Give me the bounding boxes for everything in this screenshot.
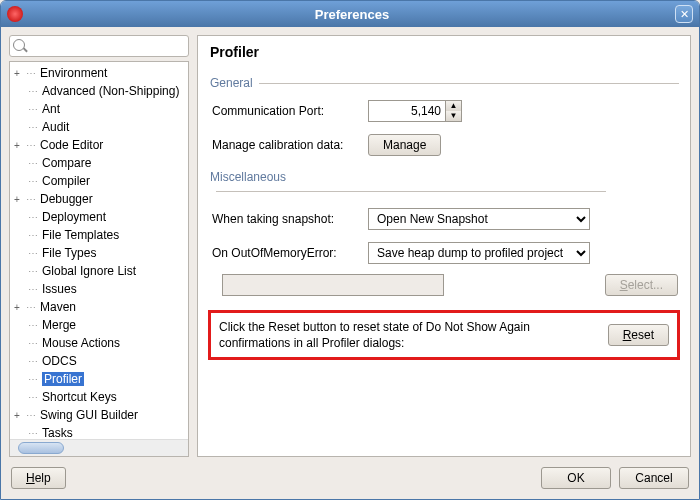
tree-item-label: Ant [42, 102, 60, 116]
tree-item[interactable]: ⋯Ant [10, 100, 188, 118]
cancel-button[interactable]: Cancel [619, 467, 689, 489]
tree-item-label: File Types [42, 246, 96, 260]
group-general: General [210, 76, 680, 90]
close-icon[interactable]: ✕ [675, 5, 693, 23]
expander-icon[interactable]: + [14, 140, 26, 151]
tree-item[interactable]: ⋯Profiler [10, 370, 188, 388]
path-input-disabled [222, 274, 444, 296]
group-misc: Miscellaneous [210, 170, 680, 198]
tree-item[interactable]: ⋯ODCS [10, 352, 188, 370]
tree-item-label: Deployment [42, 210, 106, 224]
tree-item[interactable]: ⋯Compare [10, 154, 188, 172]
tree-item-label: Shortcut Keys [42, 390, 117, 404]
content-panel: Profiler General Communication Port: ▲ ▼… [197, 35, 691, 457]
communication-port-input[interactable] [368, 100, 446, 122]
tree-item[interactable]: ⋯Deployment [10, 208, 188, 226]
spinner-down-icon[interactable]: ▼ [446, 111, 461, 121]
tree-item-label: Mouse Actions [42, 336, 120, 350]
manage-button[interactable]: Manage [368, 134, 441, 156]
tree-item-label: Maven [40, 300, 76, 314]
reset-section-highlight: Click the Reset button to reset state of… [208, 310, 680, 360]
calibration-label: Manage calibration data: [212, 138, 358, 152]
tree-item-label: Audit [42, 120, 69, 134]
tree-item[interactable]: ⋯Tasks [10, 424, 188, 439]
tree-item-label: File Templates [42, 228, 119, 242]
spinner-up-icon[interactable]: ▲ [446, 101, 461, 111]
search-icon [13, 39, 25, 51]
oom-label: On OutOfMemoryError: [212, 246, 358, 260]
window-title: Preferences [29, 7, 675, 22]
page-title: Profiler [210, 44, 680, 60]
snapshot-label: When taking snapshot: [212, 212, 358, 226]
tree-item-label: Debugger [40, 192, 93, 206]
tree-item[interactable]: ⋯Global Ignore List [10, 262, 188, 280]
scrollbar-thumb[interactable] [18, 442, 64, 454]
tree-item-label: Global Ignore List [42, 264, 136, 278]
sidebar: +⋯Environment⋯Advanced (Non-Shipping)⋯An… [9, 35, 189, 457]
tree-item[interactable]: ⋯Mouse Actions [10, 334, 188, 352]
category-tree: +⋯Environment⋯Advanced (Non-Shipping)⋯An… [9, 61, 189, 457]
search-input[interactable] [9, 35, 189, 57]
tree-item-label: Environment [40, 66, 107, 80]
tree-item[interactable]: ⋯Merge [10, 316, 188, 334]
tree-item[interactable]: +⋯Swing GUI Builder [10, 406, 188, 424]
help-button[interactable]: Help [11, 467, 66, 489]
reset-message: Click the Reset button to reset state of… [219, 319, 598, 351]
titlebar: Preferences ✕ [1, 1, 699, 27]
preferences-window: Preferences ✕ +⋯Environment⋯Advanced (No… [0, 0, 700, 500]
tree-item-label: Issues [42, 282, 77, 296]
reset-button[interactable]: Reset [608, 324, 669, 346]
tree-scroll[interactable]: +⋯Environment⋯Advanced (Non-Shipping)⋯An… [10, 62, 188, 439]
communication-port-label: Communication Port: [212, 104, 358, 118]
tree-item-label: Compiler [42, 174, 90, 188]
expander-icon[interactable]: + [14, 194, 26, 205]
communication-port-field[interactable]: ▲ ▼ [368, 100, 462, 122]
ok-button[interactable]: OK [541, 467, 611, 489]
tree-item[interactable]: ⋯File Templates [10, 226, 188, 244]
search-field[interactable] [9, 35, 189, 57]
tree-item-label: Advanced (Non-Shipping) [42, 84, 179, 98]
select-button: Select... [605, 274, 678, 296]
tree-item-label: Merge [42, 318, 76, 332]
tree-item[interactable]: ⋯Shortcut Keys [10, 388, 188, 406]
oom-select[interactable]: Save heap dump to profiled project [368, 242, 590, 264]
tree-item-label: Compare [42, 156, 91, 170]
tree-item-label: Swing GUI Builder [40, 408, 138, 422]
tree-item[interactable]: +⋯Debugger [10, 190, 188, 208]
dialog-footer: Help OK Cancel [1, 461, 699, 499]
tree-item-label: Code Editor [40, 138, 103, 152]
tree-item[interactable]: ⋯File Types [10, 244, 188, 262]
expander-icon[interactable]: + [14, 302, 26, 313]
tree-item[interactable]: +⋯Code Editor [10, 136, 188, 154]
tree-item-label: Profiler [42, 372, 84, 386]
expander-icon[interactable]: + [14, 410, 26, 421]
expander-icon[interactable]: + [14, 68, 26, 79]
tree-item[interactable]: ⋯Issues [10, 280, 188, 298]
tree-item-label: Tasks [42, 426, 73, 439]
snapshot-select[interactable]: Open New Snapshot [368, 208, 590, 230]
tree-item[interactable]: ⋯Advanced (Non-Shipping) [10, 82, 188, 100]
tree-item[interactable]: +⋯Maven [10, 298, 188, 316]
app-icon [7, 6, 23, 22]
tree-item[interactable]: ⋯Audit [10, 118, 188, 136]
horizontal-scrollbar[interactable] [10, 439, 188, 456]
tree-item-label: ODCS [42, 354, 77, 368]
tree-item[interactable]: ⋯Compiler [10, 172, 188, 190]
tree-item[interactable]: +⋯Environment [10, 64, 188, 82]
